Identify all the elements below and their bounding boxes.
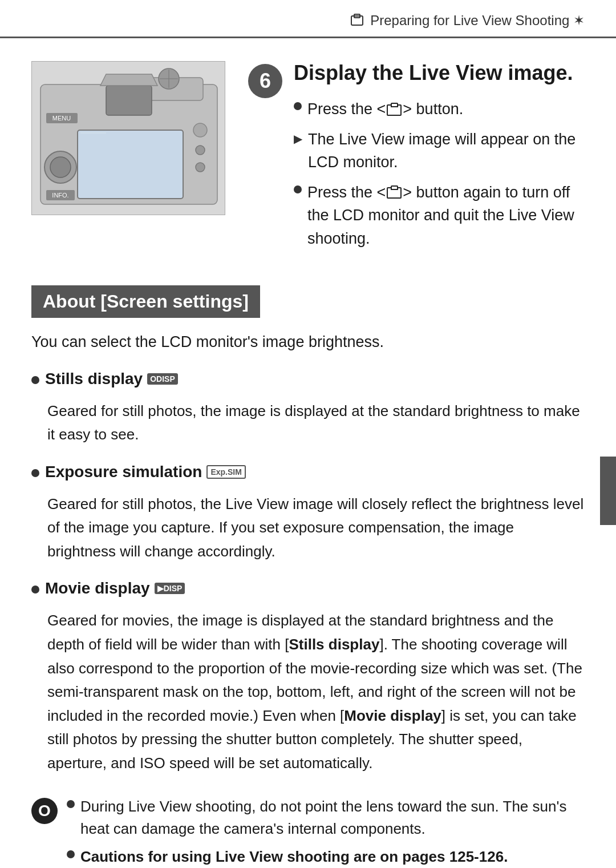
step-section: INFO. MENU 6 — [31, 61, 585, 257]
bullet-2-text: The Live View image will appear on the L… — [308, 128, 585, 174]
warning-bullet-2 — [67, 850, 75, 858]
about-intro: You can select the LCD monitor's image b… — [31, 330, 585, 354]
bullet-3-text: Press the <> button again to turn off th… — [307, 181, 585, 251]
stills-display-badge: ODISP — [147, 373, 178, 385]
sidebar-tab — [600, 457, 616, 525]
warning-section: O During Live View shooting, do not poin… — [31, 796, 585, 868]
warning-bullet-1 — [67, 800, 75, 808]
movie-display-title: Movie display ▶DISP — [45, 579, 185, 597]
warning-text-1: During Live View shooting, do not point … — [80, 796, 585, 840]
svg-text:MENU: MENU — [52, 115, 71, 122]
step-bullet-2: ▶ The Live View image will appear on the… — [294, 128, 585, 174]
svg-point-15 — [196, 163, 205, 172]
stills-display-title: Stills display ODISP — [45, 370, 178, 388]
exposure-simulation-body: Geared for still photos, the Live View i… — [47, 492, 585, 564]
svg-point-13 — [193, 123, 207, 137]
about-heading-wrapper: About [Screen settings] — [31, 285, 585, 330]
step-bullet-3: Press the <> button again to turn off th… — [294, 181, 585, 251]
svg-marker-4 — [100, 74, 157, 86]
warning-icon: O — [31, 798, 58, 824]
warning-item-1: During Live View shooting, do not point … — [67, 796, 585, 840]
arrow-bullet: ▶ — [294, 130, 302, 147]
step-text-block: Display the Live View image. Press the <… — [294, 61, 585, 257]
stills-bullet-dot — [31, 376, 39, 384]
svg-point-14 — [196, 146, 205, 155]
header-camera-icon — [351, 15, 363, 26]
step-content: 6 Display the Live View image. Press the… — [248, 61, 585, 257]
header-label: Preparing for Live View Shooting ✶ — [370, 13, 585, 28]
bullet-dot — [294, 102, 302, 110]
stills-display-label: Stills display — [45, 370, 143, 388]
movie-display-label: Movie display — [45, 579, 150, 597]
stills-display-item: Stills display ODISP Geared for still ph… — [31, 370, 585, 447]
movie-bullet-outer: Movie display ▶DISP — [31, 579, 585, 603]
svg-rect-5 — [78, 130, 183, 199]
about-heading: About [Screen settings] — [31, 285, 260, 318]
step-bullets: Press the <> button. ▶ The Live View ima… — [294, 98, 585, 250]
camera-illustration: INFO. MENU — [31, 61, 225, 215]
warning-item-2: Cautions for using Live View shooting ar… — [67, 846, 585, 868]
exposure-bullet-outer: Exposure simulation Exp.SIM — [31, 463, 585, 487]
stills-bullet-outer: Stills display ODISP — [31, 370, 585, 394]
about-section: About [Screen settings] You can select t… — [31, 285, 585, 776]
step-bullet-1: Press the <> button. — [294, 98, 585, 121]
svg-text:INFO.: INFO. — [52, 192, 68, 199]
exposure-simulation-title: Exposure simulation Exp.SIM — [45, 463, 246, 481]
movie-display-body: Geared for movies, the image is displaye… — [47, 609, 585, 775]
page-container: Preparing for Live View Shooting ✶ — [0, 0, 616, 868]
inline-camera-icon-1 — [387, 104, 402, 116]
warning-text-2: Cautions for using Live View shooting ar… — [80, 846, 508, 868]
step-title: Display the Live View image. — [294, 61, 585, 85]
exposure-simulation-label: Exposure simulation — [45, 463, 202, 481]
page-header: Preparing for Live View Shooting ✶ — [0, 0, 616, 38]
movie-display-badge: ▶DISP — [155, 583, 185, 594]
bullet-1-text: Press the <> button. — [307, 98, 463, 121]
main-content: INFO. MENU 6 — [0, 38, 616, 868]
warning-content: During Live View shooting, do not point … — [67, 796, 585, 868]
svg-point-8 — [50, 157, 71, 177]
exposure-bullet-dot — [31, 469, 39, 477]
inline-camera-icon-2 — [387, 187, 402, 199]
svg-rect-3 — [106, 86, 152, 115]
header-text: Preparing for Live View Shooting ✶ — [351, 13, 585, 29]
stills-display-body: Geared for still photos, the image is di… — [47, 399, 585, 447]
exposure-simulation-badge: Exp.SIM — [206, 465, 245, 479]
movie-display-item: Movie display ▶DISP Geared for movies, t… — [31, 579, 585, 775]
movie-bullet-dot — [31, 586, 39, 594]
bullet-dot-2 — [294, 185, 302, 193]
step-number: 6 — [248, 64, 282, 98]
exposure-simulation-item: Exposure simulation Exp.SIM Geared for s… — [31, 463, 585, 564]
